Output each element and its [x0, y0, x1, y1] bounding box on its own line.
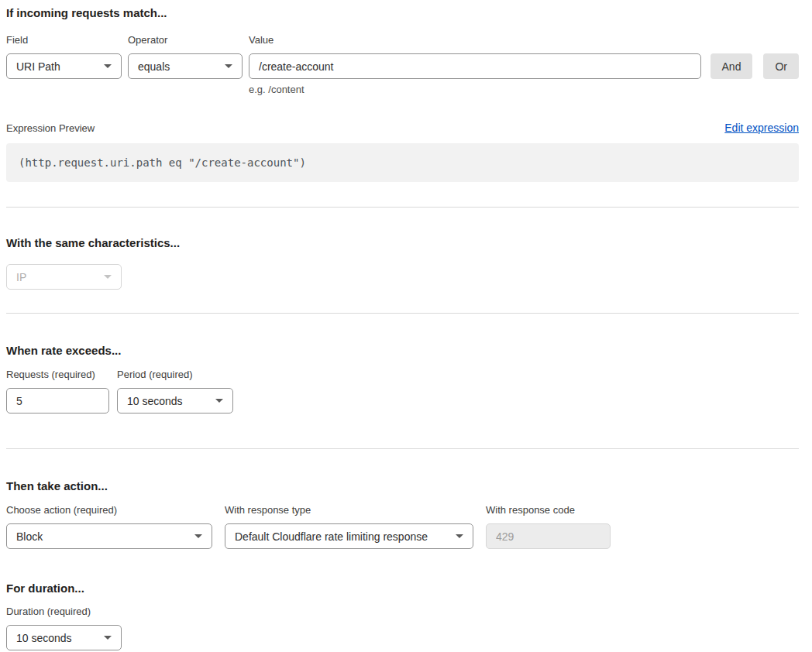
chevron-down-icon	[225, 64, 232, 68]
period-group: Period (required) 10 seconds	[117, 369, 233, 414]
field-label: Field	[6, 34, 122, 46]
chevron-down-icon	[215, 399, 223, 403]
expression-logic-buttons: And Or	[710, 53, 799, 79]
section-rate: When rate exceeds... Requests (required)…	[6, 344, 799, 414]
response-code-input	[486, 523, 611, 549]
choose-action-group: Choose action (required) Block	[6, 504, 212, 549]
response-type-group: With response type Default Cloudflare ra…	[225, 504, 473, 549]
section-divider	[6, 448, 799, 449]
duration-label: Duration (required)	[6, 606, 122, 617]
action-row: Choose action (required) Block With resp…	[6, 504, 799, 549]
characteristics-row: IP	[6, 264, 799, 290]
characteristic-select: IP	[6, 264, 122, 290]
section-divider	[6, 313, 799, 314]
rate-limiting-rule-form: If incoming requests match... Field URI …	[0, 0, 812, 652]
or-button[interactable]: Or	[763, 53, 799, 79]
duration-group: Duration (required) 10 seconds	[6, 606, 122, 650]
operator-label: Operator	[128, 34, 243, 46]
section-divider	[6, 207, 799, 208]
value-input[interactable]	[249, 53, 701, 79]
action-heading: Then take action...	[6, 479, 799, 492]
and-button[interactable]: And	[710, 53, 753, 79]
choose-action-select[interactable]: Block	[6, 523, 212, 549]
characteristics-heading: With the same characteristics...	[6, 236, 799, 249]
duration-heading: For duration...	[6, 582, 799, 595]
chevron-down-icon	[104, 275, 112, 279]
rate-heading: When rate exceeds...	[6, 344, 799, 357]
operator-select-value: equals	[138, 60, 170, 73]
operator-group: Operator equals	[128, 34, 243, 79]
response-type-label: With response type	[225, 504, 473, 516]
value-helper-text: e.g. /content	[249, 84, 701, 95]
chevron-down-icon	[456, 534, 463, 538]
section-action: Then take action... Choose action (requi…	[6, 479, 799, 549]
field-select[interactable]: URI Path	[6, 53, 122, 79]
requests-input[interactable]	[6, 388, 109, 414]
match-expression-row: Field URI Path Operator equals	[6, 34, 799, 95]
choose-action-select-value: Block	[16, 530, 43, 543]
requests-group: Requests (required)	[6, 369, 109, 414]
period-label: Period (required)	[117, 369, 233, 380]
rate-row: Requests (required) Period (required) 10…	[6, 369, 799, 414]
chevron-down-icon	[194, 534, 202, 538]
incoming-requests-heading: If incoming requests match...	[6, 6, 799, 19]
duration-select[interactable]: 10 seconds	[6, 625, 122, 650]
requests-label: Requests (required)	[6, 369, 109, 380]
response-type-select[interactable]: Default Cloudflare rate limiting respons…	[225, 523, 473, 549]
duration-select-value: 10 seconds	[16, 632, 72, 644]
chevron-down-icon	[104, 636, 112, 640]
operator-select[interactable]: equals	[128, 53, 243, 79]
expression-preview-header: Expression Preview Edit expression	[6, 122, 799, 135]
choose-action-label: Choose action (required)	[6, 504, 212, 516]
edit-expression-link[interactable]: Edit expression	[724, 122, 799, 134]
field-group: Field URI Path	[6, 34, 122, 79]
expression-preview-code: (http.request.uri.path eq "/create-accou…	[6, 143, 799, 182]
duration-row: Duration (required) 10 seconds	[6, 606, 799, 650]
characteristic-select-value: IP	[16, 271, 26, 283]
expression-preview-label: Expression Preview	[6, 122, 95, 135]
section-characteristics: With the same characteristics... IP	[6, 236, 799, 290]
chevron-down-icon	[104, 64, 112, 68]
response-type-select-value: Default Cloudflare rate limiting respons…	[235, 530, 428, 543]
period-select[interactable]: 10 seconds	[117, 388, 233, 414]
value-group: Value e.g. /content	[249, 34, 701, 95]
field-select-value: URI Path	[16, 60, 60, 73]
value-label: Value	[249, 34, 701, 46]
response-code-label: With response code	[486, 504, 611, 516]
section-duration: For duration... Duration (required) 10 s…	[6, 582, 799, 650]
characteristic-group: IP	[6, 264, 122, 290]
period-select-value: 10 seconds	[127, 395, 183, 407]
section-incoming-requests: If incoming requests match... Field URI …	[6, 6, 799, 182]
response-code-group: With response code	[486, 504, 611, 549]
